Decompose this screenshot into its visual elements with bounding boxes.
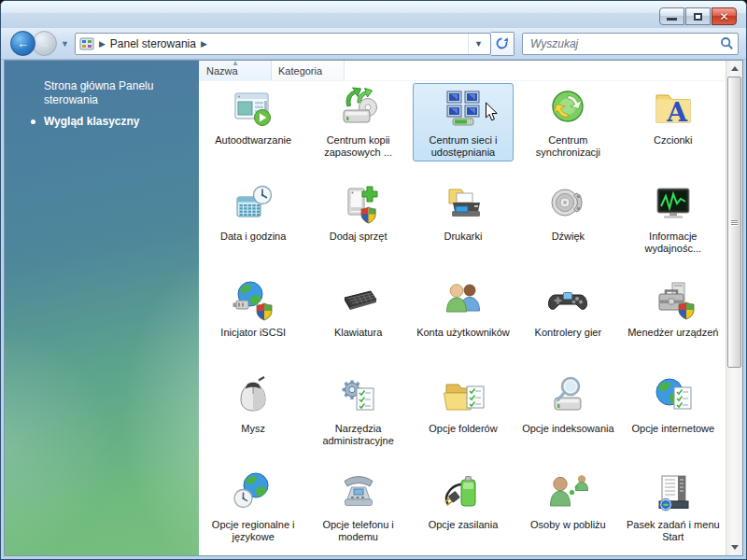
control-panel-item[interactable]: Mysz (203, 371, 303, 438)
scroll-down-button[interactable] (726, 539, 742, 555)
navigation-bar: ← → ▼ ▶ Panel sterowania ▶ ▼ (1, 28, 746, 60)
control-panel-item[interactable]: Informacje wydajnośc... (623, 179, 724, 258)
vertical-scrollbar[interactable] (726, 61, 742, 555)
control-panel-item-label: Opcje zasilania (429, 519, 499, 531)
admin-tools-icon (336, 375, 381, 420)
control-panel-item-label: Autoodtwarzanie (215, 134, 291, 147)
control-panel-item[interactable]: Data i godzina (203, 179, 303, 245)
control-panel-item[interactable]: Opcje indeksowania (517, 371, 618, 438)
refresh-icon (495, 36, 509, 50)
control-panel-item-label: Opcje indeksowania (522, 423, 613, 435)
breadcrumb-expand-arrow-icon[interactable]: ▶ (196, 39, 212, 49)
column-headers: ▲ Nazwa Kategoria (199, 61, 726, 81)
minimize-button[interactable] (659, 7, 684, 25)
mouse-icon (231, 375, 275, 420)
refresh-button[interactable] (491, 32, 514, 56)
sidebar-item-classic-view[interactable]: Wygląd klasyczny (5, 111, 199, 133)
control-panel-item-label: Drukarki (444, 231, 483, 243)
search-box[interactable] (522, 33, 739, 55)
internet-options-icon (651, 375, 696, 420)
sound-speaker-icon (545, 183, 590, 228)
explorer-window: ✕ ← → ▼ ▶ Panel sterowania ▶ ▼ (0, 0, 747, 560)
control-panel-item[interactable]: Dźwięk (517, 179, 618, 245)
control-panel-item[interactable]: Osoby w pobliżu (517, 468, 618, 534)
control-panel-item[interactable]: Opcje folderów (413, 371, 514, 438)
control-panel-item-label: Kontrolery gier (535, 327, 602, 339)
content-area: ▲ Nazwa Kategoria AutoodtwarzanieCentrum… (199, 61, 742, 555)
control-panel-item[interactable]: Konta użytkowników (413, 275, 514, 342)
control-panel-item[interactable]: Opcje zasilania (413, 468, 514, 534)
control-panel-item[interactable]: Centrum kopii zapasowych ... (307, 83, 408, 161)
control-panel-item-label: Menedżer urządzeń (627, 327, 718, 339)
control-panel-item[interactable]: Centrum synchronizacji (517, 83, 618, 161)
control-panel-item[interactable]: Autoodtwarzanie (203, 83, 303, 149)
svg-text:A: A (666, 97, 688, 128)
sidebar-item-label: Strona główna Panelu sterowania (44, 79, 153, 106)
performance-monitor-icon (651, 183, 696, 228)
scrollbar-thumb[interactable] (727, 77, 741, 368)
indexing-options-icon (545, 375, 590, 420)
control-panel-item[interactable]: Inicjator iSCSI (203, 275, 303, 342)
control-panel-item[interactable]: Kontrolery gier (517, 275, 618, 342)
control-panel-item-label: Data i godzina (220, 231, 286, 243)
scrollbar-track[interactable] (726, 77, 742, 539)
title-bar[interactable]: ✕ (1, 1, 746, 28)
autoplay-icon (231, 87, 275, 132)
search-icon[interactable] (720, 36, 734, 50)
control-panel-grid: AutoodtwarzanieCentrum kopii zapasowych … (199, 81, 726, 555)
address-dropdown-icon[interactable]: ▼ (468, 34, 488, 54)
sidebar-item-control-panel-home[interactable]: Strona główna Panelu sterowania (5, 76, 199, 111)
user-accounts-icon (441, 279, 486, 324)
scroll-up-button[interactable] (726, 61, 742, 77)
control-panel-item[interactable]: Dodaj sprzęt (307, 179, 408, 245)
address-bar[interactable]: ▶ Panel sterowania ▶ ▼ (75, 33, 491, 55)
control-panel-item-label: Klawiatura (334, 327, 382, 339)
control-panel-item[interactable]: Centrum sieci i udostępniania (413, 83, 514, 161)
control-panel-item[interactable]: Narzędzia administracyjne (307, 371, 408, 450)
folder-options-icon (441, 375, 486, 420)
control-panel-item-label: Centrum sieci i udostępniania (415, 134, 512, 159)
column-header-label: Kategoria (278, 65, 322, 77)
control-panel-favicon (79, 36, 94, 51)
control-panel-item[interactable]: Opcje regionalne i językowe (203, 468, 303, 546)
forward-button[interactable]: → (32, 31, 57, 56)
column-header-name[interactable]: ▲ Nazwa (199, 61, 272, 80)
control-panel-item[interactable]: Opcje telefonu i modemu (307, 468, 408, 546)
scroll-up-icon (731, 66, 739, 71)
control-panel-item[interactable]: ACzcionki (623, 83, 724, 149)
control-panel-item-label: Czcionki (654, 134, 693, 147)
scroll-down-icon (731, 545, 739, 550)
control-panel-item-label: Opcje regionalne i językowe (204, 519, 302, 543)
control-panel-item-label: Inicjator iSCSI (220, 327, 286, 339)
restore-button[interactable] (685, 7, 711, 25)
control-panel-item-label: Centrum kopii zapasowych ... (309, 134, 406, 159)
control-panel-item-label: Centrum synchronizacji (519, 134, 616, 159)
back-button[interactable]: ← (10, 31, 35, 56)
history-dropdown-chevron-icon[interactable]: ▼ (61, 39, 69, 49)
date-time-icon (231, 183, 275, 228)
control-panel-item[interactable]: Opcje internetowe (623, 371, 724, 438)
iscsi-initiator-icon (231, 279, 275, 324)
network-sharing-icon (441, 87, 486, 132)
control-panel-item[interactable]: Klawiatura (307, 275, 408, 342)
control-panel-item[interactable]: Menedżer urządzeń (623, 275, 724, 342)
close-button[interactable]: ✕ (712, 7, 737, 25)
sidebar-item-label: Wygląd klasyczny (44, 115, 140, 128)
sync-center-icon (545, 87, 590, 132)
control-panel-item[interactable]: Drukarki (413, 179, 514, 245)
search-input[interactable] (529, 36, 720, 51)
close-icon: ✕ (719, 10, 728, 23)
bullet-icon (31, 119, 35, 124)
control-panel-item[interactable]: Pasek zadań i menu Start (623, 468, 724, 546)
forward-arrow-icon: → (38, 37, 50, 49)
fonts-folder-icon: A (651, 87, 696, 132)
column-header-category[interactable]: Kategoria (272, 61, 345, 80)
control-panel-item-label: Narzędzia administracyjne (309, 423, 406, 447)
keyboard-icon (336, 279, 381, 324)
breadcrumb-root[interactable]: Panel sterowania (110, 37, 196, 50)
client-area: Strona główna Panelu sterowania Wygląd k… (4, 60, 743, 556)
breadcrumb-arrow-icon[interactable]: ▶ (94, 39, 110, 49)
minimize-icon (667, 18, 677, 21)
regional-options-icon (231, 471, 275, 516)
control-panel-item-label: Opcje internetowe (631, 423, 714, 435)
